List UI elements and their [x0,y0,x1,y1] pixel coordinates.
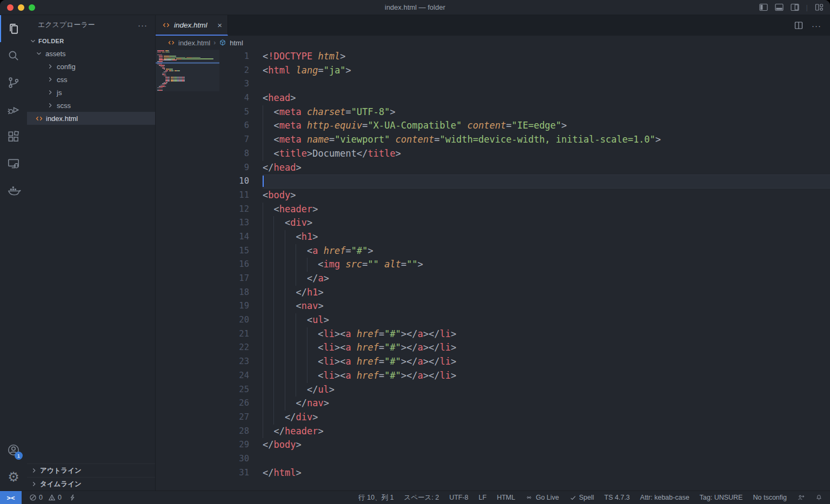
close-window-button[interactable] [7,4,14,11]
code-line[interactable]: 26 </nav> [156,397,830,411]
status-item-tag-unsure[interactable]: Tag: UNSURE [700,494,743,501]
status-item-lf[interactable]: LF [479,494,487,501]
code-line[interactable]: 21 <li><a href="#"></a></li> [156,327,830,341]
code-line[interactable]: 16 <img src="" alt=""> [156,258,830,272]
status-item-html[interactable]: HTML [497,494,515,501]
sidebar-panel-timeline[interactable]: タイムライン [27,477,155,490]
status-item-ts-4-7-3[interactable]: TS 4.7.3 [604,494,630,501]
indent-guide [285,258,285,272]
indent-guide [285,230,285,244]
activity-explorer-icon[interactable] [0,15,27,42]
split-editor-icon[interactable] [794,21,803,30]
tree-item-js[interactable]: js [27,86,155,99]
code-text: <li><a href="#"></a></li> [263,341,830,355]
line-number: 1 [156,50,263,64]
activity-search-icon[interactable] [0,42,27,69]
indent-guide [285,299,285,313]
code-line[interactable]: 7 <meta name="viewport" content="width=d… [156,133,830,147]
code-line[interactable]: 22 <li><a href="#"></a></li> [156,341,830,355]
status-item-10-1[interactable]: 行 10、列 1 [358,493,393,502]
tree-item-scss[interactable]: scss [27,99,155,112]
code-line[interactable]: 30 [156,452,830,466]
code-line[interactable]: 8 <title>Document</title> [156,147,830,161]
code-line[interactable]: 24 <li><a href="#"></a></li> [156,369,830,383]
code-line[interactable]: 29</body> [156,438,830,452]
status-item-bell-icon[interactable] [815,494,822,501]
status-item-no-tsconfig[interactable]: No tsconfig [753,494,787,501]
code-editor[interactable]: 1<!DOCTYPE html>2<html lang="ja">34<head… [156,50,830,490]
editor-tab-bar: index.html × ··· [156,15,830,36]
tree-item-index-html[interactable]: index.html [27,112,155,125]
indent-guide [273,369,274,383]
activity-run-debug-icon[interactable] [0,96,27,123]
broadcast-icon [525,494,533,501]
code-line[interactable]: 31</html> [156,466,830,480]
line-number: 21 [156,327,263,341]
accounts-icon[interactable]: 1 [0,436,27,463]
code-line[interactable]: 3 [156,77,830,91]
tab-close-icon[interactable]: × [217,21,222,29]
customize-layout-icon[interactable] [815,3,824,11]
activity-source-control-icon[interactable] [0,69,27,96]
code-line[interactable]: 19 <nav> [156,299,830,313]
minimize-window-button[interactable] [18,4,24,11]
code-line[interactable]: 4<head> [156,91,830,105]
toggle-sidebar-icon[interactable] [759,3,768,11]
warning-count: 0 [58,494,62,501]
zoom-window-button[interactable] [29,4,35,11]
settings-gear-icon[interactable]: ⚙ [0,463,27,490]
status-item-utf-8[interactable]: UTF-8 [449,494,468,501]
code-line[interactable]: 12 <header> [156,203,830,217]
code-line[interactable]: 13 <div> [156,216,830,230]
code-line[interactable]: 23 <li><a href="#"></a></li> [156,355,830,369]
code-line[interactable]: 14 <h1> [156,230,830,244]
code-line[interactable]: 28 </header> [156,425,830,439]
explorer-more-actions-icon[interactable]: ··· [138,21,148,30]
folder-section-header[interactable]: FOLDER [27,35,155,47]
code-text: </nav> [263,397,830,411]
activity-remote-explorer-icon[interactable] [0,150,27,177]
line-number: 27 [156,411,263,425]
editor-more-actions-icon[interactable]: ··· [812,21,821,30]
code-line[interactable]: 15 <a href="#"> [156,244,830,258]
code-line[interactable]: 6 <meta http-equiv="X-UA-Compatible" con… [156,119,830,133]
line-number: 26 [156,397,263,411]
code-line[interactable]: 17 </a> [156,272,830,286]
code-line[interactable]: 5 <meta charset="UTF-8"> [156,105,830,119]
code-text: </head> [263,161,830,175]
breadcrumb-item-file[interactable]: index.html [178,39,210,47]
tree-item-assets[interactable]: assets [27,47,155,60]
toggle-secondary-sidebar-icon[interactable] [791,3,799,11]
status-item-go-live[interactable]: Go Live [525,494,559,501]
code-line[interactable]: 11<body> [156,189,830,203]
tree-item-config[interactable]: config [27,60,155,73]
breadcrumb-item-symbol[interactable]: html [230,39,243,47]
status-item-spell[interactable]: Spell [570,494,594,501]
code-line[interactable]: 1<!DOCTYPE html> [156,50,830,64]
line-number: 28 [156,425,263,439]
code-text: <meta charset="UTF-8"> [263,105,830,119]
code-line[interactable]: 2<html lang="ja"> [156,64,830,78]
code-line[interactable]: 25 </ul> [156,383,830,397]
code-line[interactable]: 20 <ul> [156,313,830,327]
vscode-window: index.html — folder | [0,0,830,504]
code-text: <body> [263,189,830,203]
status-item-attr-kebab-case[interactable]: Attr: kebab-case [640,494,690,501]
tree-item-css[interactable]: css [27,73,155,86]
remote-indicator-button[interactable]: >< [0,491,22,504]
code-line[interactable]: 10 [156,174,830,189]
status-item-label: Attr: kebab-case [640,494,690,501]
sidebar-panel-outline[interactable]: アウトライン [27,463,155,477]
code-line[interactable]: 27 </div> [156,411,830,425]
tab-index-html[interactable]: index.html × [156,15,228,36]
toggle-panel-icon[interactable] [775,3,784,11]
activity-extensions-icon[interactable] [0,123,27,150]
status-item-2[interactable]: スペース: 2 [404,493,439,502]
problems-status[interactable]: 0 0 [29,494,62,501]
activity-docker-icon[interactable] [0,177,27,204]
status-item-feedback-icon[interactable] [797,494,805,501]
zap-icon[interactable] [69,494,76,501]
status-item-label: No tsconfig [753,494,787,501]
code-line[interactable]: 9</head> [156,161,830,175]
code-line[interactable]: 18 </h1> [156,286,830,300]
